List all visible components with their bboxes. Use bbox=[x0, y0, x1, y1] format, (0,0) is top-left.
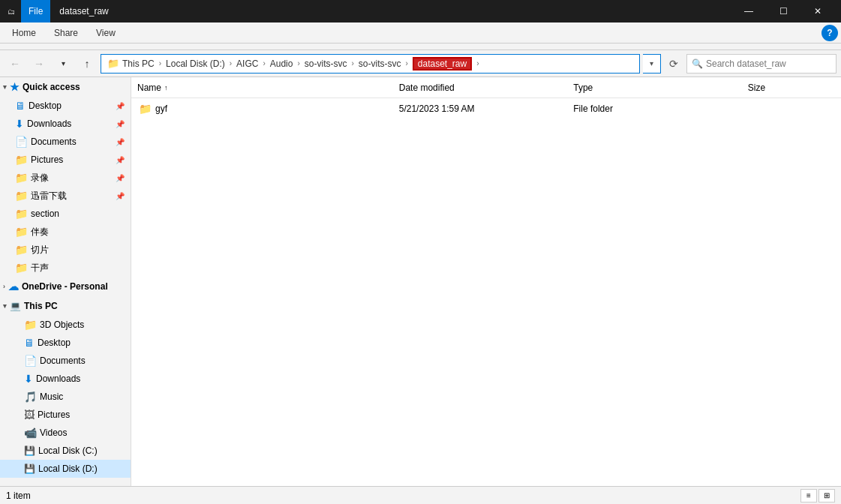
titlebar-icons: 🗂 bbox=[6, 6, 17, 16]
refresh-button[interactable]: ⟳ bbox=[664, 54, 683, 74]
pin-downloads-icon: 📌 bbox=[116, 120, 125, 128]
sidebar-item-3dobjects[interactable]: 📁 3D Objects bbox=[0, 316, 131, 334]
address-box[interactable]: 📁 This PC › Local Disk (D:) › AIGC › Aud… bbox=[101, 54, 640, 74]
view-list-button[interactable]: ≡ bbox=[800, 489, 817, 502]
content-area: Name ↑ Date modified Type Size 📁 gyf 5/2… bbox=[131, 77, 841, 486]
sidebar-item-xunlei-label: 迅雷下载 bbox=[31, 190, 67, 202]
sidebar-item-desktop[interactable]: 🖥 Desktop 📌 bbox=[0, 97, 131, 115]
breadcrumb-aigc[interactable]: AIGC bbox=[236, 58, 258, 69]
titlebar: 🗂 File dataset_raw — ☐ ✕ bbox=[0, 0, 841, 22]
sidebar-item-documents[interactable]: 📄 Documents 📌 bbox=[0, 133, 131, 151]
statusbar: 1 item ≡ ⊞ bbox=[0, 486, 841, 504]
sidebar-item-downloads-pc[interactable]: ⬇ Downloads bbox=[0, 370, 131, 388]
pin-documents-icon: 📌 bbox=[116, 138, 125, 146]
folder-banzou-icon: 📁 bbox=[15, 226, 28, 238]
file-type-cell: File folder bbox=[573, 104, 748, 114]
sidebar-item-videos[interactable]: 📹 Videos bbox=[0, 424, 131, 442]
tab-share[interactable]: Share bbox=[45, 25, 87, 41]
quick-access-label: Quick access bbox=[23, 82, 80, 92]
sidebar-item-local-d[interactable]: 💾 Local Disk (D:) bbox=[0, 460, 131, 478]
folder-qiepian-icon: 📁 bbox=[15, 244, 28, 256]
table-row[interactable]: 📁 gyf 5/21/2023 1:59 AM File folder bbox=[131, 98, 841, 119]
sidebar-item-banzou[interactable]: 📁 伴奏 bbox=[0, 223, 131, 241]
tab-home[interactable]: Home bbox=[3, 25, 45, 41]
content-rows: 📁 gyf 5/21/2023 1:59 AM File folder bbox=[131, 98, 841, 486]
folder-3dobjects-icon: 📁 bbox=[24, 319, 37, 331]
sidebar-item-section[interactable]: 📁 section bbox=[0, 205, 131, 223]
sidebar-item-pictures[interactable]: 📁 Pictures 📌 bbox=[0, 151, 131, 169]
sidebar-item-downloads-label: Downloads bbox=[27, 118, 71, 129]
col-type-header[interactable]: Type bbox=[573, 82, 748, 93]
breadcrumb-so-vits-svc-1[interactable]: so-vits-svc bbox=[305, 58, 347, 69]
quick-access-chevron: ▾ bbox=[3, 83, 7, 91]
sidebar-item-music[interactable]: 🎵 Music bbox=[0, 388, 131, 406]
onedrive-chevron: › bbox=[3, 283, 5, 290]
col-size-header[interactable]: Size bbox=[748, 82, 835, 93]
window-icon-1: 🗂 bbox=[6, 6, 17, 16]
sidebar-item-banzou-label: 伴奏 bbox=[31, 226, 49, 238]
sidebar-item-luoxiang-label: 录像 bbox=[31, 172, 49, 184]
sidebar-item-downloads-pc-label: Downloads bbox=[36, 374, 80, 384]
sidebar-item-section-label: section bbox=[31, 208, 59, 219]
search-box[interactable]: 🔍 bbox=[686, 54, 836, 74]
sidebar-item-local-c[interactable]: 💾 Local Disk (C:) bbox=[0, 442, 131, 460]
sidebar-item-desktop-label: Desktop bbox=[29, 100, 62, 111]
sidebar-item-qiepian[interactable]: 📁 切片 bbox=[0, 241, 131, 259]
window-controls: — ☐ ✕ bbox=[731, 0, 835, 22]
tab-view[interactable]: View bbox=[87, 25, 125, 41]
breadcrumb-local-disk-d[interactable]: Local Disk (D:) bbox=[166, 58, 225, 69]
sidebar-item-documents-pc[interactable]: 📄 Documents bbox=[0, 352, 131, 370]
folder-desktop-pc-icon: 🖥 bbox=[24, 337, 35, 349]
file-menu-button[interactable]: File bbox=[21, 0, 50, 22]
ribbon: Home Share View ? bbox=[0, 22, 841, 50]
address-folder-icon: 📁 bbox=[107, 58, 119, 69]
folder-downloads-pc-icon: ⬇ bbox=[24, 373, 33, 385]
folder-luoxiang-icon: 📁 bbox=[15, 172, 28, 184]
help-button[interactable]: ? bbox=[821, 25, 838, 41]
sidebar-item-luoxiang[interactable]: 📁 录像 📌 bbox=[0, 169, 131, 187]
sidebar-item-desktop-pc-label: Desktop bbox=[38, 338, 71, 348]
sidebar-item-desktop-pc[interactable]: 🖥 Desktop bbox=[0, 334, 131, 352]
breadcrumb-so-vits-svc-2[interactable]: so-vits-svc bbox=[359, 58, 401, 69]
onedrive-header[interactable]: › ☁ OneDrive - Personal bbox=[0, 277, 131, 296]
address-dropdown-button[interactable]: ▾ bbox=[643, 54, 661, 74]
sidebar-item-downloads[interactable]: ⬇ Downloads 📌 bbox=[0, 115, 131, 133]
quick-access-header[interactable]: ▾ ★ Quick access bbox=[0, 77, 131, 97]
search-icon: 🔍 bbox=[692, 58, 703, 69]
window-title: dataset_raw bbox=[59, 6, 108, 16]
dropdown-button[interactable]: ▾ bbox=[53, 53, 74, 74]
onedrive-icon: ☁ bbox=[8, 280, 19, 292]
folder-desktop-icon: 🖥 bbox=[15, 100, 26, 112]
sidebar-item-xunlei[interactable]: 📁 迅雷下载 📌 bbox=[0, 187, 131, 205]
pin-desktop-icon: 📌 bbox=[116, 102, 125, 110]
forward-button[interactable]: → bbox=[29, 53, 50, 74]
quick-access-star-icon: ★ bbox=[10, 81, 20, 93]
statusbar-view-buttons: ≡ ⊞ bbox=[800, 489, 835, 502]
breadcrumb-this-pc[interactable]: This PC bbox=[122, 58, 155, 69]
breadcrumb-dataset-raw[interactable]: dataset_raw bbox=[413, 57, 472, 70]
sidebar-item-pictures-pc-label: Pictures bbox=[38, 410, 70, 420]
pin-pictures-icon: 📌 bbox=[116, 156, 125, 164]
pin-xunlei-icon: 📌 bbox=[116, 192, 125, 200]
maximize-button[interactable]: ☐ bbox=[766, 0, 800, 22]
folder-music-icon: 🎵 bbox=[24, 391, 37, 403]
search-input[interactable] bbox=[706, 58, 831, 69]
col-name-header[interactable]: Name ↑ bbox=[137, 82, 399, 93]
sort-arrow-icon: ↑ bbox=[164, 84, 168, 92]
sidebar-item-gansheng[interactable]: 📁 干声 bbox=[0, 259, 131, 277]
col-date-header[interactable]: Date modified bbox=[399, 82, 574, 93]
this-pc-chevron: ▾ bbox=[3, 302, 7, 310]
folder-downloads-icon: ⬇ bbox=[15, 118, 24, 130]
breadcrumb-audio[interactable]: Audio bbox=[270, 58, 293, 69]
view-details-button[interactable]: ⊞ bbox=[818, 489, 835, 502]
close-button[interactable]: ✕ bbox=[800, 0, 835, 22]
this-pc-icon: 💻 bbox=[10, 301, 21, 311]
sidebar-item-pictures-pc[interactable]: 🖼 Pictures bbox=[0, 406, 131, 424]
minimize-button[interactable]: — bbox=[731, 0, 766, 22]
this-pc-header[interactable]: ▾ 💻 This PC bbox=[0, 296, 131, 316]
up-button[interactable]: ↑ bbox=[77, 53, 98, 74]
item-count-label: 1 item bbox=[6, 490, 31, 501]
back-button[interactable]: ← bbox=[5, 53, 26, 74]
folder-gansheng-icon: 📁 bbox=[15, 262, 28, 274]
ribbon-tabs: Home Share View ? bbox=[0, 22, 841, 44]
